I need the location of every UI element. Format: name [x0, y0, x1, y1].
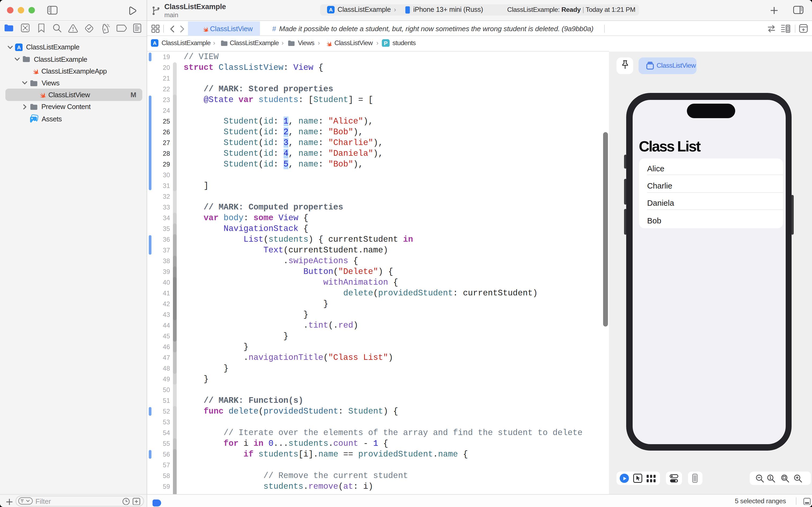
svg-text:A: A: [153, 40, 157, 46]
svg-text:A: A: [329, 7, 333, 13]
svg-text:A: A: [17, 44, 21, 50]
svg-text:1: 1: [769, 475, 771, 480]
svg-text:P: P: [384, 40, 388, 46]
